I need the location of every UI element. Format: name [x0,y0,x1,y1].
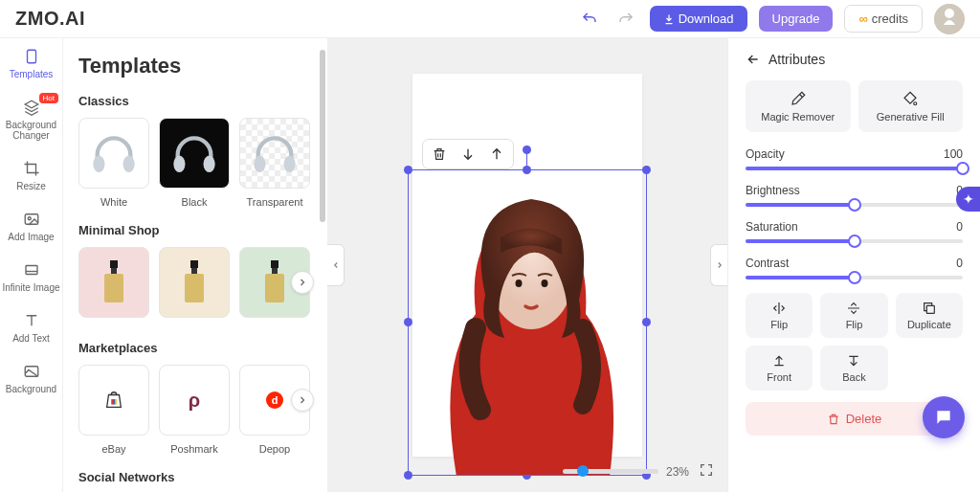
section-classics: Classics [78,94,312,108]
download-icon [663,13,675,25]
back-icon [846,353,861,369]
row-next-button[interactable] [291,389,314,412]
nav-background[interactable]: Background [0,353,62,404]
expand-icon [699,462,714,478]
duplicate-icon [922,301,937,316]
template-poshmark[interactable]: ρ [159,365,230,436]
template-minimal-1[interactable] [78,247,149,318]
svg-point-28 [914,102,917,105]
template-black[interactable] [159,118,230,189]
credits-button[interactable]: ∞ credits [844,5,923,33]
perfume-icon [260,258,289,306]
magic-remover-button[interactable]: Magic Remover [746,80,851,132]
delete-layer-button[interactable] [429,144,450,165]
nav-add-text[interactable]: Add Text [0,302,62,353]
chat-fab[interactable] [923,396,965,438]
front-icon [771,353,787,369]
section-marketplaces: Marketplaces [78,341,312,355]
sparkle-fab[interactable]: ✦ [956,187,980,212]
section-minimal-shop: Minimal Shop [78,223,312,237]
canvas[interactable] [412,74,642,457]
svg-point-4 [28,217,31,220]
attributes-panel: Attributes Magic Remover Generative Fill… [727,38,980,492]
tile-label: eBay [78,443,149,455]
perfume-icon [100,258,128,306]
flip-h-icon [771,301,787,316]
send-back-button[interactable]: Back [820,346,887,391]
nav-templates[interactable]: Templates [0,38,62,89]
collapse-right-panel[interactable] [710,244,727,286]
tile-label: Black [159,196,230,208]
send-backward-button[interactable] [457,144,479,165]
template-minimal-2[interactable] [159,247,230,318]
chevron-right-icon [297,394,308,406]
arrow-left-icon [746,52,761,67]
depop-icon: d [263,389,286,412]
templates-panel: Templates Classics White Black Transpare… [63,38,327,492]
crop-icon [23,160,40,177]
headphones-icon [169,132,219,174]
collapse-left-panel[interactable] [327,244,345,286]
chevron-left-icon [331,260,341,270]
flip-horizontal-button[interactable]: Flip [746,293,813,338]
selected-image[interactable] [409,170,646,475]
download-button[interactable]: Download [650,6,747,32]
svg-point-7 [93,156,104,172]
svg-rect-5 [26,266,37,275]
canvas-area: 23% [327,38,727,492]
nav-background-changer[interactable]: Hot Background Changer [0,89,62,150]
brightness-slider[interactable]: Brightness0 [746,184,963,207]
nav-resize[interactable]: Resize [0,150,62,201]
tile-label: Poshmark [159,443,230,455]
flip-vertical-button[interactable]: Flip [820,293,887,338]
undo-button[interactable] [577,7,602,32]
infinite-icon [23,261,40,279]
svg-rect-19 [271,260,278,268]
infinity-icon: ∞ [858,11,867,26]
row-next-button[interactable] [291,271,314,294]
zoom-slider[interactable] [563,469,658,474]
chat-icon [934,408,953,427]
scrollbar[interactable] [320,50,325,481]
upgrade-button[interactable]: Upgrade [759,6,834,32]
nav-add-image[interactable]: Add Image [0,201,62,252]
svg-rect-21 [265,274,284,302]
zoom-controls: 23% [563,460,716,482]
template-white[interactable] [78,118,149,189]
nav-infinite-image[interactable]: Infinite Image [0,252,62,302]
svg-rect-23 [113,399,115,405]
redo-button[interactable] [613,7,638,32]
contrast-slider[interactable]: Contrast0 [746,257,963,280]
selection-box[interactable] [408,169,647,476]
background-icon [23,363,40,380]
svg-rect-20 [272,268,278,274]
layers-icon [23,99,40,116]
svg-point-11 [254,156,265,172]
svg-rect-22 [111,399,113,405]
templates-icon [23,48,40,65]
opacity-slider[interactable]: Opacity100 [746,147,963,170]
rotate-handle[interactable] [523,145,531,154]
svg-point-1 [945,9,954,18]
svg-rect-18 [185,274,204,302]
chevron-right-icon [715,260,724,270]
back-button[interactable] [746,52,761,67]
generative-fill-button[interactable]: Generative Fill [858,80,964,132]
bring-front-button[interactable]: Front [746,346,813,391]
svg-point-8 [123,156,135,172]
svg-point-9 [173,156,185,172]
headphones-icon [89,132,139,174]
svg-rect-15 [104,274,123,302]
duplicate-button[interactable]: Duplicate [896,293,963,338]
svg-point-10 [204,156,215,172]
image-icon [23,211,40,228]
bring-forward-button[interactable] [486,144,507,165]
avatar[interactable] [934,4,965,34]
saturation-slider[interactable]: Saturation0 [746,220,963,243]
section-social-networks: Social Networks [78,470,312,484]
sparkle-icon: ✦ [963,191,974,207]
fullscreen-button[interactable] [697,460,716,482]
tile-label: White [78,196,149,208]
template-transparent[interactable] [239,118,310,189]
template-ebay[interactable] [78,365,149,436]
